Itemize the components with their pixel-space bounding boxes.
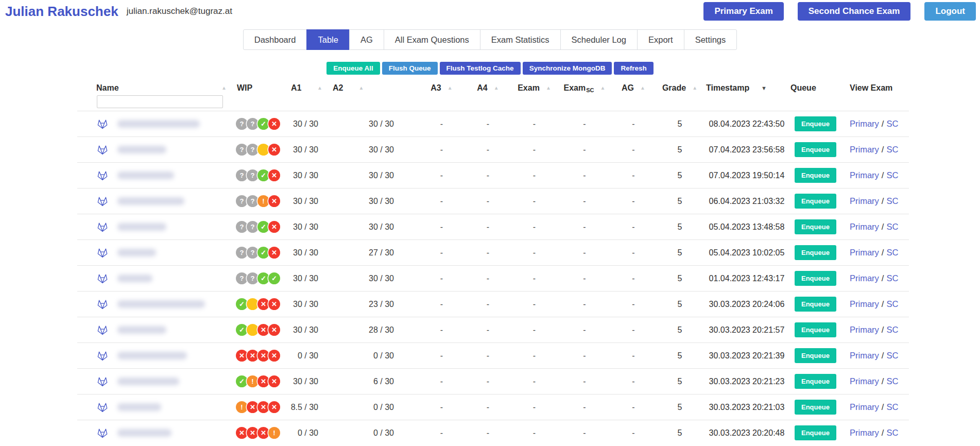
- enqueue-button[interactable]: Enqueue: [795, 194, 836, 209]
- cell-queue: Enqueue: [790, 348, 842, 363]
- column-header-a3[interactable]: A3▲: [417, 83, 466, 93]
- cell-ag: -: [610, 325, 657, 335]
- view-sc-link[interactable]: SC: [886, 145, 898, 154]
- enqueue-button[interactable]: Enqueue: [795, 245, 836, 260]
- student-gitlab-link[interactable]: [77, 426, 108, 440]
- column-header-exam_sc[interactable]: ExamSC▲: [559, 83, 610, 93]
- student-gitlab-link[interactable]: [77, 220, 108, 234]
- enqueue-button[interactable]: Enqueue: [795, 400, 836, 415]
- enqueue-button[interactable]: Enqueue: [795, 348, 836, 363]
- column-header-a1[interactable]: A1▲: [283, 83, 324, 93]
- student-gitlab-link[interactable]: [77, 374, 108, 388]
- view-sc-link[interactable]: SC: [886, 222, 898, 231]
- view-primary-link[interactable]: Primary: [850, 402, 879, 411]
- student-gitlab-link[interactable]: [77, 117, 108, 131]
- view-sc-link[interactable]: SC: [886, 196, 898, 205]
- cell-ag: -: [610, 403, 657, 412]
- table-row: ??✓✕30 / 3030 / 30-----505.04.2023 13:48…: [77, 214, 909, 239]
- view-primary-link[interactable]: Primary: [850, 119, 879, 128]
- column-header-a4[interactable]: A4▲: [466, 83, 510, 93]
- student-name-redacted: [117, 223, 166, 231]
- user-email: julian.rakuschek@tugraz.at: [127, 6, 232, 16]
- table-row: ??✓✓30 / 3030 / 30-----501.04.2023 12:43…: [77, 265, 909, 291]
- column-label-a1: A1: [291, 83, 301, 93]
- enqueue-all-button[interactable]: Enqueue All: [326, 62, 380, 75]
- view-sc-link[interactable]: SC: [886, 351, 898, 360]
- enqueue-button[interactable]: Enqueue: [795, 322, 836, 337]
- primary-exam-button[interactable]: Primary Exam: [703, 2, 783, 21]
- view-primary-link[interactable]: Primary: [850, 299, 879, 308]
- column-header-ag[interactable]: AG▲: [610, 83, 657, 93]
- refresh-button[interactable]: Refresh: [614, 62, 653, 75]
- view-sc-link[interactable]: SC: [886, 170, 898, 180]
- view-primary-link[interactable]: Primary: [850, 273, 879, 283]
- view-sc-link[interactable]: SC: [886, 299, 898, 308]
- student-gitlab-link[interactable]: [77, 168, 108, 182]
- student-gitlab-link[interactable]: [77, 246, 108, 260]
- view-sc-link[interactable]: SC: [886, 402, 898, 411]
- student-gitlab-link[interactable]: [77, 400, 108, 414]
- enqueue-button[interactable]: Enqueue: [795, 271, 836, 286]
- student-gitlab-link[interactable]: [77, 297, 108, 311]
- view-primary-link[interactable]: Primary: [850, 222, 879, 231]
- view-primary-link[interactable]: Primary: [850, 145, 879, 154]
- student-gitlab-link[interactable]: [77, 323, 108, 337]
- view-primary-link[interactable]: Primary: [850, 325, 879, 334]
- view-sc-link[interactable]: SC: [886, 428, 898, 437]
- enqueue-button[interactable]: Enqueue: [795, 374, 836, 389]
- tab-settings[interactable]: Settings: [684, 29, 737, 50]
- tab-ag[interactable]: AG: [349, 29, 384, 50]
- enqueue-button[interactable]: Enqueue: [795, 168, 836, 183]
- enqueue-button[interactable]: Enqueue: [795, 425, 836, 440]
- flush-testlog-cache-button[interactable]: Flush Testlog Cache: [440, 62, 521, 75]
- student-gitlab-link[interactable]: [77, 349, 108, 363]
- cell-a3: -: [417, 248, 466, 258]
- tab-all-exam-questions[interactable]: All Exam Questions: [384, 29, 480, 50]
- column-header-grade[interactable]: Grade▲: [657, 83, 703, 93]
- enqueue-button[interactable]: Enqueue: [795, 116, 836, 131]
- student-gitlab-link[interactable]: [77, 271, 108, 285]
- cell-a4: -: [466, 403, 510, 412]
- tab-table[interactable]: Table: [306, 29, 349, 50]
- view-sc-link[interactable]: SC: [886, 119, 898, 128]
- view-sc-link[interactable]: SC: [886, 248, 898, 257]
- second-chance-exam-button[interactable]: Second Chance Exam: [798, 2, 911, 21]
- student-name-redacted: [117, 326, 166, 334]
- cell-ag: -: [610, 300, 657, 309]
- logout-button[interactable]: Logout: [924, 2, 976, 21]
- column-header-exam[interactable]: Exam▲: [510, 83, 559, 93]
- cell-timestamp: 30.03.2023 20:21:23: [703, 377, 790, 386]
- enqueue-button[interactable]: Enqueue: [795, 297, 836, 312]
- view-primary-link[interactable]: Primary: [850, 170, 879, 180]
- column-label-timestamp: Timestamp: [706, 83, 749, 93]
- column-header-timestamp[interactable]: Timestamp▼: [703, 83, 790, 93]
- synchronize-mongodb-button[interactable]: Synchronize MongoDB: [523, 62, 612, 75]
- column-label-queue: Queue: [790, 83, 816, 93]
- view-primary-link[interactable]: Primary: [850, 196, 879, 205]
- table-row: ??✓✕30 / 3030 / 30-----507.04.2023 19:50…: [77, 162, 909, 188]
- tab-scheduler-log[interactable]: Scheduler Log: [560, 29, 638, 50]
- flush-queue-button[interactable]: Flush Queue: [382, 62, 438, 75]
- view-sc-link[interactable]: SC: [886, 325, 898, 334]
- tab-dashboard[interactable]: Dashboard: [243, 29, 307, 50]
- view-sc-link[interactable]: SC: [886, 376, 898, 386]
- tab-export[interactable]: Export: [637, 29, 684, 50]
- name-filter-input[interactable]: [97, 95, 223, 108]
- column-header-name[interactable]: Name▲: [77, 83, 232, 93]
- view-primary-link[interactable]: Primary: [850, 248, 879, 257]
- header-buttons: Primary ExamSecond Chance ExamLogout: [690, 2, 976, 21]
- tab-exam-statistics[interactable]: Exam Statistics: [480, 29, 561, 50]
- student-gitlab-link[interactable]: [77, 194, 108, 208]
- enqueue-button[interactable]: Enqueue: [795, 142, 836, 157]
- enqueue-button[interactable]: Enqueue: [795, 219, 836, 234]
- view-primary-link[interactable]: Primary: [850, 376, 879, 386]
- name-filter-row: [77, 95, 909, 111]
- view-primary-link[interactable]: Primary: [850, 351, 879, 360]
- wip-check-icon: ✓: [257, 118, 269, 130]
- student-gitlab-link[interactable]: [77, 143, 108, 157]
- view-sc-link[interactable]: SC: [886, 273, 898, 283]
- cell-view-exam: Primary/SC: [842, 222, 909, 232]
- cell-a1: 0 / 30: [283, 428, 324, 438]
- column-header-a2[interactable]: A2▲: [324, 83, 417, 93]
- view-primary-link[interactable]: Primary: [850, 428, 879, 437]
